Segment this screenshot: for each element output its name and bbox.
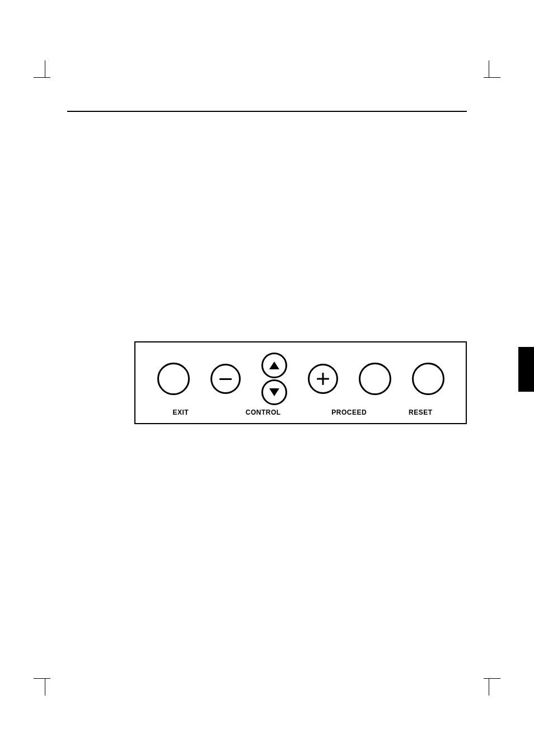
- control-panel: EXIT CONTROL PROCEED RESET: [134, 341, 467, 424]
- top-rule: [67, 111, 467, 112]
- plus-button[interactable]: [308, 364, 338, 394]
- plus-icon: [317, 373, 329, 385]
- margin-mark-top-right: [489, 60, 489, 77]
- reset-button[interactable]: [412, 363, 444, 395]
- margin-mark-top-left: [45, 60, 45, 77]
- exit-label: EXIT: [167, 408, 195, 416]
- proceed-label-slot: PROCEED: [330, 408, 369, 416]
- minus-button[interactable]: [210, 364, 241, 394]
- margin-mark-bottom-left: [45, 679, 45, 696]
- labels-row: EXIT CONTROL PROCEED RESET: [147, 408, 455, 416]
- reset-label: RESET: [406, 408, 434, 416]
- control-group: [261, 353, 287, 405]
- tick-mark-top-left: [34, 77, 50, 78]
- control-label: CONTROL: [246, 408, 281, 416]
- exit-button[interactable]: [157, 363, 190, 395]
- proceed-label: PROCEED: [331, 408, 367, 416]
- black-side-tab: [518, 347, 534, 392]
- proceed-button[interactable]: [359, 363, 391, 395]
- down-arrow-icon: [269, 388, 279, 396]
- buttons-row: [147, 353, 455, 405]
- tick-mark-bottom-right: [484, 678, 500, 679]
- control-label-slot: CONTROL: [232, 408, 294, 416]
- exit-label-slot: EXIT: [165, 408, 197, 416]
- tick-mark-bottom-left: [34, 678, 50, 679]
- up-arrow-icon: [269, 361, 279, 369]
- minus-icon: [219, 378, 232, 380]
- down-button[interactable]: [261, 379, 287, 405]
- control-panel-wrapper: EXIT CONTROL PROCEED RESET: [134, 341, 467, 424]
- tick-mark-top-right: [484, 77, 500, 78]
- margin-mark-bottom-right: [489, 679, 489, 696]
- up-button[interactable]: [261, 353, 287, 378]
- reset-label-slot: RESET: [404, 408, 437, 416]
